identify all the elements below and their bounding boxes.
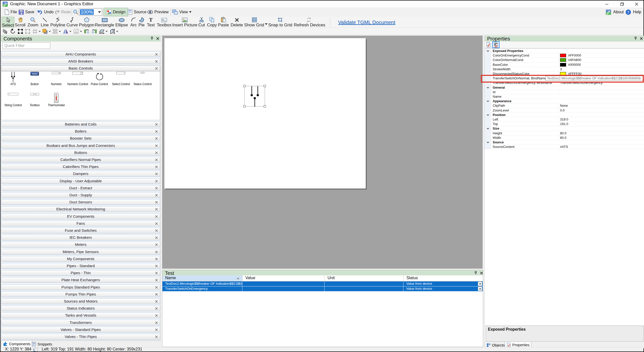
zoom-tool-button[interactable]: Zoom xyxy=(27,17,39,27)
category-close-icon[interactable] xyxy=(155,222,158,225)
arrange-order-icon[interactable] xyxy=(42,29,48,34)
minimize-button[interactable] xyxy=(600,1,614,8)
category-bar[interactable]: Meters xyxy=(1,242,160,248)
polyline-tool-button[interactable]: Polyline xyxy=(50,17,66,27)
arc-tool-button[interactable]: Arc xyxy=(129,17,138,27)
category-bar[interactable]: Calorifiers Normal Pipes xyxy=(1,157,160,163)
view-menu[interactable]: View xyxy=(172,8,192,17)
property-row[interactable]: Top191.0 xyxy=(485,122,644,126)
category-bar[interactable]: Boilers xyxy=(1,128,160,134)
source-mode-button[interactable]: Source xyxy=(127,8,147,17)
status-dropdown-button[interactable] xyxy=(478,287,482,291)
component-item-button[interactable]: Button Button xyxy=(24,72,45,86)
textbox-tool-button[interactable]: T Textbox xyxy=(156,17,172,27)
selection-handle-se[interactable] xyxy=(264,105,266,107)
show-grid-dropdown-arrow-icon[interactable] xyxy=(265,23,267,25)
category-close-icon[interactable] xyxy=(155,229,158,232)
category-bar[interactable]: Basic Controls xyxy=(1,65,160,71)
category-bar[interactable]: Transformers xyxy=(1,320,160,326)
category-close-icon[interactable] xyxy=(155,257,158,261)
rotate-left-90-icon[interactable] xyxy=(84,29,89,34)
component-item-thermometer[interactable]: Thermometer xyxy=(46,93,67,107)
category-bar[interactable]: Duct - Supply xyxy=(1,192,160,198)
category-bar[interactable]: My Components xyxy=(1,256,160,262)
cut-button[interactable]: Cut xyxy=(197,17,207,27)
edit-points-icon[interactable] xyxy=(3,29,8,34)
component-item-string-control[interactable]: String Control xyxy=(3,93,24,107)
copy-button[interactable]: Copy xyxy=(206,17,218,27)
insert-picture-button[interactable]: Insert Picture xyxy=(171,17,198,27)
property-group-row[interactable]: General xyxy=(485,85,644,90)
close-panel-icon[interactable] xyxy=(639,36,643,41)
distribute-icon[interactable] xyxy=(52,29,58,34)
category-close-icon[interactable] xyxy=(155,151,158,155)
category-bar[interactable]: AHU Components xyxy=(1,51,160,57)
polygon-tool-button[interactable]: Polygon xyxy=(78,17,95,27)
property-row[interactable]: ClipPathNone xyxy=(485,103,644,108)
category-bar[interactable]: Buttons xyxy=(1,150,160,156)
property-group-row[interactable]: Position xyxy=(485,113,644,117)
snap-to-grid-button[interactable]: Snap to Grid xyxy=(268,17,292,27)
category-close-icon[interactable] xyxy=(155,130,158,133)
property-row[interactable]: ColorOnNormalCond#4FA600 xyxy=(485,58,644,62)
component-item-pulse-control[interactable]: Pulse Control xyxy=(89,72,110,86)
category-close-icon[interactable] xyxy=(155,200,158,204)
category-bar[interactable]: Status Indicators xyxy=(1,305,160,311)
picture-effects-icon[interactable] xyxy=(73,29,79,34)
category-bar[interactable]: Sources and Motors xyxy=(1,298,160,304)
close-button[interactable] xyxy=(629,1,643,8)
test-column-unit[interactable]: Unit xyxy=(325,275,403,281)
category-bar[interactable]: Fans xyxy=(1,220,160,226)
about-button[interactable]: About xyxy=(613,10,624,14)
align-to-grid-icon[interactable] xyxy=(32,29,38,34)
property-group-row[interactable]: Appearance xyxy=(485,99,644,103)
category-bar[interactable]: IEC Breakers xyxy=(1,234,160,241)
selection-box[interactable] xyxy=(244,86,265,106)
category-close-icon[interactable] xyxy=(155,215,158,218)
rotate-icon[interactable] xyxy=(10,29,16,34)
rectangle-tool-button[interactable]: Rectangle xyxy=(95,17,114,27)
pin-icon[interactable] xyxy=(474,271,478,275)
validate-tgml-document-link[interactable]: Validate TGML Document xyxy=(338,20,395,25)
save-button[interactable]: Save xyxy=(19,8,34,17)
category-close-icon[interactable] xyxy=(155,207,158,211)
category-close-icon[interactable] xyxy=(155,250,158,254)
category-close-icon[interactable] xyxy=(155,300,158,303)
curve-tool-button[interactable]: Curve xyxy=(66,17,79,27)
refresh-devices-button[interactable]: Refresh Devices xyxy=(294,17,324,27)
component-item-select-control[interactable]: Select Control xyxy=(110,72,131,86)
align-dropdown-arrow-icon[interactable] xyxy=(39,31,41,32)
category-bar[interactable]: Valves - Standard Pipes xyxy=(1,327,160,333)
zoom-level-combobox[interactable]: 100% xyxy=(79,9,102,16)
flip-icon[interactable] xyxy=(63,29,68,34)
test-column-status[interactable]: Status xyxy=(403,275,483,281)
alphabetical-view-icon[interactable] xyxy=(486,42,491,48)
category-bar[interactable]: Booster Sets xyxy=(1,135,160,141)
category-bar[interactable]: Calorifiers Thin Pipes xyxy=(1,164,160,170)
flip-dropdown-arrow-icon[interactable] xyxy=(69,31,71,32)
category-close-icon[interactable] xyxy=(155,165,158,169)
skew-horizontal-icon[interactable] xyxy=(99,29,105,34)
undo-button[interactable]: Undo xyxy=(37,8,54,17)
quick-filter-input[interactable]: Quick Filter xyxy=(3,42,50,49)
category-close-icon[interactable] xyxy=(155,137,158,140)
collapse-chevron-icon[interactable] xyxy=(487,50,489,52)
component-item-textbox[interactable]: 0.00 Textbox xyxy=(24,93,45,107)
category-bar[interactable]: EV Components xyxy=(1,213,160,219)
skew-vertical-icon[interactable] xyxy=(110,29,115,34)
test-table-row[interactable]: TestDoc2.Mircologic$$Breaker OF Indicati… xyxy=(162,281,483,286)
component-item-status-control[interactable]: Status Control xyxy=(132,72,153,86)
selection-handle-sw[interactable] xyxy=(243,105,246,107)
skew-vertical-dropdown-arrow-icon[interactable] xyxy=(116,31,118,32)
category-close-icon[interactable] xyxy=(155,285,158,289)
category-bar[interactable]: Dampers xyxy=(1,171,160,177)
show-grid-button[interactable]: Show Grid xyxy=(244,17,264,27)
collapse-chevron-icon[interactable] xyxy=(487,114,489,116)
category-close-icon[interactable] xyxy=(155,123,158,126)
close-panel-icon[interactable] xyxy=(479,271,484,275)
category-close-icon[interactable] xyxy=(155,292,158,296)
category-bar[interactable]: Plate Heat Exchangers xyxy=(1,277,160,283)
picture-effects-dropdown-arrow-icon[interactable] xyxy=(80,31,82,32)
test-table-row[interactable]: TransferSwitchOnEmergencyValue from devi… xyxy=(162,286,483,291)
distribute-dropdown-arrow-icon[interactable] xyxy=(59,31,61,32)
